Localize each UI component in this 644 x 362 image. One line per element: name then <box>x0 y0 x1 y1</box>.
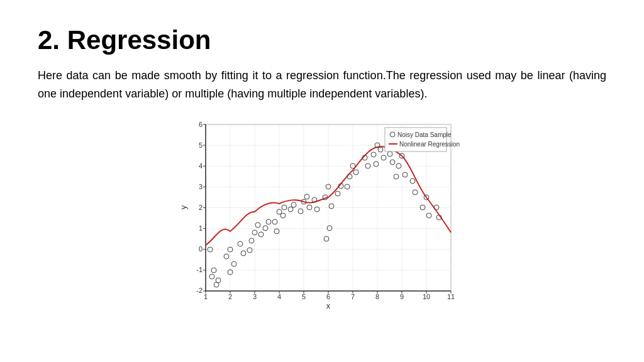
svg-text:7: 7 <box>351 293 355 300</box>
description-text: Here data can be made smooth by fitting … <box>38 67 606 103</box>
legend-regression-label: Nonlinear Regression <box>399 141 460 148</box>
svg-text:9: 9 <box>400 293 404 300</box>
svg-text:0: 0 <box>199 245 203 253</box>
svg-text:4: 4 <box>277 293 281 300</box>
svg-text:6: 6 <box>199 121 203 128</box>
svg-text:3: 3 <box>199 183 203 190</box>
svg-text:2: 2 <box>228 293 232 300</box>
regression-chart: 1 2 3 4 5 6 7 8 9 10 11 6 5 4 3 2 1 <box>177 118 467 313</box>
svg-text:2: 2 <box>199 204 203 211</box>
x-axis-label: x <box>326 301 331 310</box>
svg-text:5: 5 <box>302 293 306 300</box>
svg-text:1: 1 <box>204 293 208 300</box>
svg-text:6: 6 <box>326 293 330 300</box>
page-title: 2. Regression <box>38 25 606 55</box>
svg-text:-2: -2 <box>196 287 203 294</box>
svg-text:10: 10 <box>423 293 430 300</box>
y-axis-label: y <box>179 205 188 209</box>
svg-text:3: 3 <box>253 293 257 300</box>
svg-text:1: 1 <box>199 224 203 232</box>
svg-text:-1: -1 <box>196 266 203 273</box>
svg-text:11: 11 <box>447 293 455 300</box>
chart-container: 1 2 3 4 5 6 7 8 9 10 11 6 5 4 3 2 1 <box>38 118 606 313</box>
legend-noisy-label: Noisy Data Sample <box>397 131 452 138</box>
chart-wrapper: 1 2 3 4 5 6 7 8 9 10 11 6 5 4 3 2 1 <box>177 118 467 313</box>
svg-text:5: 5 <box>199 141 203 149</box>
svg-text:4: 4 <box>199 162 203 170</box>
svg-text:8: 8 <box>375 293 379 300</box>
